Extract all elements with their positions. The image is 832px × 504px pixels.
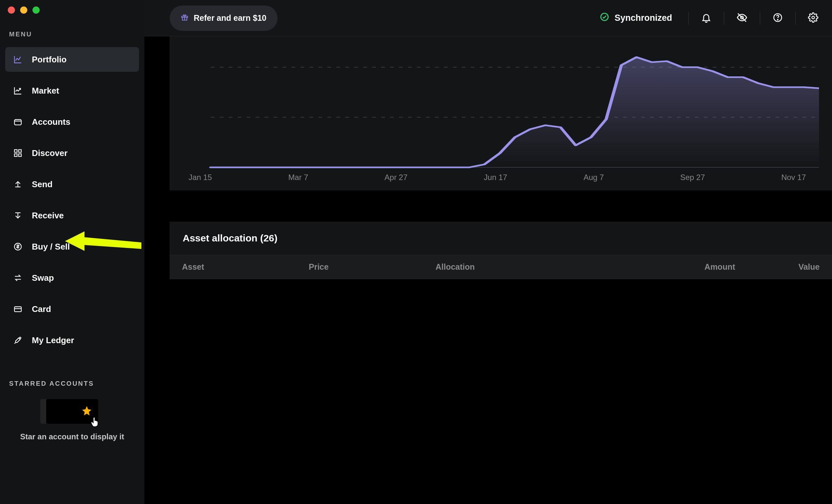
portfolio-chart: Jan 15Mar 7Apr 27Jun 17Aug 7Sep 27Nov 17: [179, 46, 819, 179]
column-header-price[interactable]: Price: [309, 262, 436, 272]
topbar: Refer and earn $10 Synchronized: [144, 0, 832, 36]
asset-allocation-header-row: Asset Price Allocation Amount Value: [170, 255, 832, 279]
sidebar-item-label: Discover: [32, 148, 68, 158]
dollar-circle-icon: [13, 242, 23, 251]
minimize-window-button[interactable]: [20, 6, 27, 14]
column-header-value[interactable]: Value: [735, 262, 820, 272]
sidebar-item-label: Send: [32, 179, 53, 189]
svg-rect-0: [15, 120, 22, 125]
sidebar-item-send[interactable]: Send: [5, 172, 139, 196]
svg-point-7: [20, 337, 21, 339]
svg-rect-1: [15, 150, 17, 152]
svg-point-14: [777, 20, 778, 20]
svg-rect-4: [19, 154, 21, 156]
refer-earn-button[interactable]: Refer and earn $10: [170, 5, 278, 31]
portfolio-chart-icon: [13, 55, 23, 64]
sidebar-item-receive[interactable]: Receive: [5, 203, 139, 228]
sidebar-item-label: Market: [32, 86, 59, 96]
svg-point-15: [812, 16, 814, 19]
help-button[interactable]: [766, 7, 789, 29]
sync-status: Synchronized: [600, 12, 672, 24]
column-header-allocation[interactable]: Allocation: [436, 262, 651, 272]
starred-placeholder: [46, 399, 98, 424]
chart-x-tick: Sep 27: [680, 173, 705, 182]
sidebar-item-swap[interactable]: Swap: [5, 265, 139, 290]
settings-button[interactable]: [802, 7, 825, 29]
sidebar-item-label: Card: [32, 304, 51, 314]
menu-section-label: MENU: [0, 20, 144, 43]
refer-earn-label: Refer and earn $10: [194, 13, 266, 23]
bell-icon: [701, 12, 711, 24]
svg-rect-2: [19, 150, 21, 152]
starred-accounts-label: STARRED ACCOUNTS: [9, 380, 135, 387]
chart-x-tick: Nov 17: [781, 173, 806, 182]
sidebar-item-label: Portfolio: [32, 55, 67, 65]
portfolio-chart-panel: Jan 15Mar 7Apr 27Jun 17Aug 7Sep 27Nov 17: [170, 36, 832, 190]
starred-accounts-section: STARRED ACCOUNTS Star an account to disp…: [0, 380, 144, 441]
main-content: Refer and earn $10 Synchronized: [144, 0, 832, 504]
notifications-button[interactable]: [695, 7, 718, 29]
sidebar-item-market[interactable]: Market: [5, 78, 139, 103]
tools-icon: [13, 335, 23, 345]
market-chart-icon: [13, 86, 23, 96]
divider: [688, 12, 689, 25]
asset-allocation-body: [170, 279, 832, 500]
starred-hint-text: Star an account to display it: [9, 432, 135, 441]
sidebar-item-label: Swap: [32, 273, 54, 283]
sidebar-item-label: Receive: [32, 211, 64, 221]
chart-x-tick: Mar 7: [288, 173, 308, 182]
svg-rect-3: [15, 154, 17, 156]
grid-icon: [13, 148, 23, 158]
sync-status-label: Synchronized: [615, 13, 672, 23]
asset-allocation-panel: Asset allocation (26) Asset Price Alloca…: [170, 221, 832, 500]
help-circle-icon: [773, 12, 783, 24]
chart-x-tick: Aug 7: [583, 173, 604, 182]
sidebar-item-card[interactable]: Card: [5, 297, 139, 321]
sidebar-item-label: My Ledger: [32, 335, 74, 345]
column-header-amount[interactable]: Amount: [651, 262, 735, 272]
sidebar-nav: Portfolio Market Accounts Discover: [0, 43, 144, 359]
gear-icon: [808, 12, 818, 24]
sidebar-item-label: Buy / Sell: [32, 242, 70, 252]
fullscreen-window-button[interactable]: [32, 6, 40, 14]
chart-x-axis-labels: Jan 15Mar 7Apr 27Jun 17Aug 7Sep 27Nov 17: [179, 169, 819, 182]
close-window-button[interactable]: [8, 6, 15, 14]
arrow-down-icon: [13, 211, 23, 220]
sidebar-item-buy-sell[interactable]: Buy / Sell: [5, 234, 139, 259]
check-circle-icon: [600, 12, 609, 24]
chart-x-tick: Apr 27: [385, 173, 408, 182]
sidebar-item-discover[interactable]: Discover: [5, 141, 139, 165]
sidebar: MENU Portfolio Market Accounts: [0, 0, 144, 504]
sidebar-item-accounts[interactable]: Accounts: [5, 109, 139, 134]
eye-off-icon: [736, 12, 748, 24]
sidebar-item-portfolio[interactable]: Portfolio: [5, 47, 139, 72]
swap-icon: [13, 273, 23, 283]
column-header-asset[interactable]: Asset: [182, 262, 309, 272]
chart-x-tick: Jan 15: [188, 173, 212, 182]
window-controls: [0, 0, 144, 20]
arrow-up-icon: [13, 179, 23, 189]
wallet-icon: [13, 117, 23, 127]
sidebar-item-my-ledger[interactable]: My Ledger: [5, 328, 139, 352]
sidebar-item-label: Accounts: [32, 117, 70, 127]
gift-icon: [181, 13, 188, 23]
asset-allocation-title: Asset allocation (26): [170, 221, 832, 255]
credit-card-icon: [13, 304, 23, 314]
divider: [795, 12, 796, 25]
svg-rect-6: [15, 307, 22, 312]
cursor-hand-icon: [88, 415, 101, 430]
chart-x-tick: Jun 17: [484, 173, 507, 182]
divider: [760, 12, 760, 25]
privacy-toggle-button[interactable]: [730, 7, 754, 29]
divider: [724, 12, 724, 25]
